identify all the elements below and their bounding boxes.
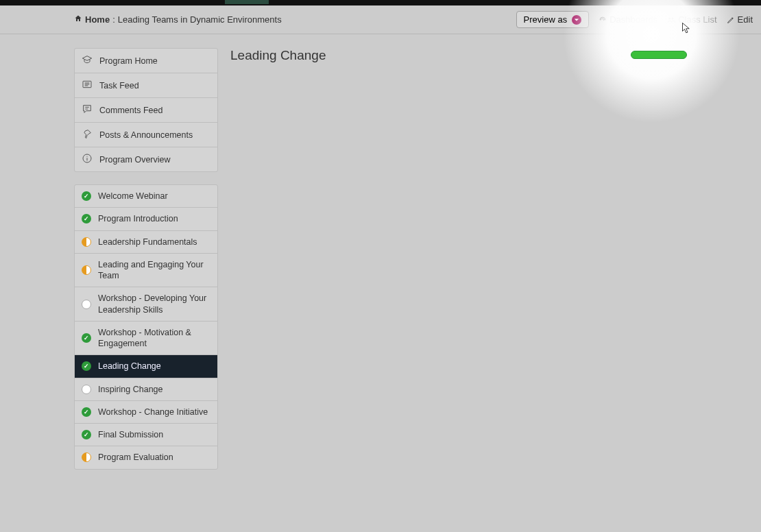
nav-item-label: Program Overview: [99, 155, 171, 165]
breadcrumb-title: Leading Teams in Dynamic Environments: [118, 14, 282, 25]
edit-link[interactable]: Edit: [727, 14, 753, 25]
nav-item-program-overview[interactable]: Program Overview: [75, 147, 217, 171]
header-bar: Home : Leading Teams in Dynamic Environm…: [0, 5, 761, 34]
nav-item-label: Posts & Announcements: [99, 130, 193, 140]
nav-item-label: Comments Feed: [99, 106, 162, 115]
class-list-label: Class List: [678, 14, 716, 25]
module-item-label: Workshop - Change Initiative: [98, 407, 208, 418]
status-empty-icon: [82, 300, 91, 309]
status-empty-icon: [82, 385, 91, 394]
module-item-label: Program Introduction: [98, 213, 178, 224]
module-item-label: Leading Change: [98, 361, 161, 372]
status-done-icon: [82, 407, 91, 417]
nav-item-comments-feed[interactable]: Comments Feed: [75, 98, 217, 123]
preview-as-button[interactable]: Preview as: [516, 11, 590, 28]
main-area: Leading Change: [230, 48, 687, 63]
nav-item-posts-announcements[interactable]: Posts & Announcements: [75, 123, 217, 147]
nav-item-task-feed[interactable]: Task Feed: [75, 73, 217, 98]
status-done-icon: [82, 430, 91, 439]
module-item-workshop-developing-your-leadership-skills[interactable]: Workshop - Developing Your Leadership Sk…: [75, 287, 217, 322]
users-icon: [667, 16, 675, 24]
mortarboard-icon: [82, 54, 93, 67]
class-list-link[interactable]: Class List: [667, 14, 716, 25]
comment-icon: [82, 104, 93, 117]
svg-point-1: [672, 17, 674, 19]
module-item-leadership-fundamentals[interactable]: Leadership Fundamentals: [75, 231, 217, 254]
module-item-label: Leadership Fundamentals: [98, 237, 197, 247]
home-icon: [74, 14, 82, 25]
edit-label: Edit: [738, 14, 753, 25]
module-item-leading-and-engaging-your-team[interactable]: Leading and Engaging Your Team: [75, 254, 217, 288]
status-partial-icon: [82, 452, 91, 462]
module-item-label: Workshop - Developing Your Leadership Sk…: [98, 293, 210, 315]
sidebar: Program HomeTask FeedComments FeedPosts …: [74, 48, 218, 482]
module-item-inspiring-change[interactable]: Inspiring Change: [75, 378, 217, 401]
nav-item-label: Program Home: [99, 56, 158, 66]
header-right: Preview as Dashboards Class List Edit: [516, 11, 753, 28]
nav-block: Program HomeTask FeedComments FeedPosts …: [74, 48, 218, 172]
module-item-label: Final Submission: [98, 429, 163, 440]
info-icon: [82, 153, 93, 166]
top-strip: [0, 0, 761, 5]
status-partial-icon: [82, 237, 91, 247]
dashboards-label: Dashboards: [609, 14, 657, 25]
svg-point-10: [86, 156, 87, 157]
module-item-label: Workshop - Motivation & Engagement: [98, 327, 210, 350]
module-item-label: Leading and Engaging Your Team: [98, 259, 210, 282]
gauge-icon: [599, 16, 607, 24]
preview-as-label: Preview as: [524, 14, 568, 25]
pin-icon: [82, 128, 93, 141]
module-block: Welcome WebinarProgram IntroductionLeade…: [74, 184, 218, 470]
nav-item-program-home[interactable]: Program Home: [75, 49, 217, 73]
breadcrumb-separator: :: [112, 14, 115, 25]
breadcrumb-home[interactable]: Home: [85, 14, 110, 25]
dashboards-link[interactable]: Dashboards: [599, 14, 657, 25]
list-icon: [82, 79, 93, 92]
status-done-icon: [82, 361, 91, 371]
status-done-icon: [82, 214, 91, 223]
module-item-leading-change[interactable]: Leading Change: [75, 355, 217, 378]
progress-indicator: [631, 51, 687, 59]
module-item-welcome-webinar[interactable]: Welcome Webinar: [75, 185, 217, 208]
module-item-label: Inspiring Change: [98, 384, 163, 395]
module-item-label: Program Evaluation: [98, 452, 173, 463]
module-item-final-submission[interactable]: Final Submission: [75, 424, 217, 446]
status-done-icon: [82, 191, 91, 201]
active-tab-indicator: [225, 0, 269, 4]
module-item-program-introduction[interactable]: Program Introduction: [75, 208, 217, 230]
status-done-icon: [82, 333, 91, 343]
svg-point-0: [669, 17, 671, 19]
status-partial-icon: [82, 265, 91, 275]
preview-badge-icon: [572, 15, 581, 25]
module-item-program-evaluation[interactable]: Program Evaluation: [75, 446, 217, 468]
content-area: Program HomeTask FeedComments FeedPosts …: [0, 34, 761, 532]
nav-item-label: Task Feed: [99, 81, 139, 90]
module-item-workshop-motivation-engagement[interactable]: Workshop - Motivation & Engagement: [75, 322, 217, 356]
module-item-workshop-change-initiative[interactable]: Workshop - Change Initiative: [75, 401, 217, 424]
page-title: Leading Change: [230, 48, 687, 63]
pencil-icon: [727, 16, 735, 24]
module-item-label: Welcome Webinar: [98, 191, 168, 202]
progress-bar-fill: [631, 51, 687, 59]
